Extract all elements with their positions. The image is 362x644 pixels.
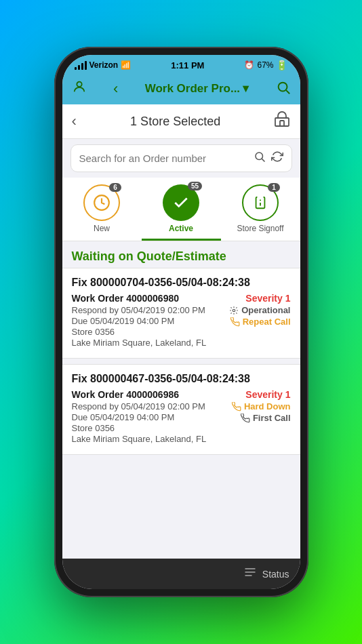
store-selected-title: 1 Store Selected	[130, 115, 220, 129]
store-icon[interactable]	[274, 111, 290, 132]
wo1-left-details: Respond by 05/04/2019 02:00 PM Due 05/04…	[72, 305, 207, 348]
wo1-respond-by: Respond by 05/04/2019 02:00 PM	[72, 305, 207, 315]
sub-header: ‹ 1 Store Selected	[62, 104, 300, 139]
wo2-fix-title: Fix 800000467-0356-05/04-08:24:38	[72, 373, 291, 385]
wo1-header-row: Work Order 4000006980 Severity 1	[72, 293, 291, 304]
wo1-operational-label: Operational	[241, 305, 290, 315]
refresh-icon[interactable]	[271, 150, 283, 166]
wo2-respond-by: Respond by 05/04/2019 02:00 PM	[72, 401, 207, 411]
back-nav-icon[interactable]: ‹	[113, 80, 118, 98]
work-order-card-2[interactable]: Fix 800000467-0356-05/04-08:24:38 Work O…	[62, 364, 300, 455]
nav-title: Work Order Pro...	[145, 82, 240, 96]
bottom-bar: Status	[62, 559, 300, 589]
work-order-card-1[interactable]: Fix 800000704-0356-05/04-08:24:38 Work O…	[62, 268, 300, 359]
time-label: 1:11 PM	[171, 60, 204, 71]
search-nav-icon[interactable]	[276, 80, 291, 98]
status-menu-icon[interactable]	[243, 565, 257, 582]
wo1-tag-operational: Operational	[229, 305, 290, 315]
wo1-tag-repeat-call: Repeat Call	[230, 317, 291, 327]
tab-new-circle: 6	[83, 184, 120, 221]
user-icon[interactable]	[72, 79, 87, 98]
svg-rect-4	[280, 121, 284, 126]
wo2-header-row: Work Order 4000006986 Severity 1	[72, 389, 291, 400]
back-button[interactable]: ‹	[72, 113, 77, 130]
wo2-number: Work Order 4000006986	[72, 389, 180, 400]
phone-screen: Verizon 📶 1:11 PM ⏰ 67% 🔋 ‹ Work Order P…	[62, 55, 300, 589]
tab-new[interactable]: 6 New	[62, 184, 142, 241]
svg-point-1	[278, 82, 287, 91]
wo1-store: Store 0356	[72, 327, 207, 337]
wo1-severity: Severity 1	[245, 293, 290, 304]
tab-bar: 6 New 55 Active	[62, 178, 300, 241]
tab-signoff-badge: 1	[268, 183, 280, 192]
tab-active-label: Active	[169, 224, 193, 233]
tab-new-badge: 6	[109, 183, 121, 192]
status-bar: Verizon 📶 1:11 PM ⏰ 67% 🔋	[62, 55, 300, 74]
svg-line-6	[262, 159, 264, 161]
wo2-location: Lake Miriam Square, Lakeland, FL	[72, 434, 207, 444]
nav-title-area[interactable]: Work Order Pro... ▾	[145, 81, 249, 96]
tab-active[interactable]: 55 Active	[142, 184, 221, 241]
svg-point-5	[256, 153, 263, 160]
search-input[interactable]	[79, 153, 248, 164]
wo2-tag-hard-down: Hard Down	[232, 401, 291, 411]
wo2-due: Due 05/04/2019 04:00 PM	[72, 412, 207, 422]
battery-label: 67%	[257, 60, 273, 70]
section-title: Waiting on Quote/Estimate	[72, 249, 226, 263]
wo2-tags: Hard Down First Call	[232, 401, 291, 423]
battery-icon: 🔋	[276, 60, 287, 71]
carrier-label: Verizon	[89, 60, 119, 70]
tab-active-badge: 55	[188, 182, 202, 190]
top-nav: ‹ Work Order Pro... ▾	[62, 74, 300, 104]
wo2-tag-first-call: First Call	[241, 413, 291, 423]
section-header: Waiting on Quote/Estimate	[62, 241, 300, 268]
wo2-details-row: Respond by 05/04/2019 02:00 PM Due 05/04…	[72, 401, 291, 445]
main-content: Waiting on Quote/Estimate Fix 800000704-…	[62, 241, 300, 559]
wifi-icon: 📶	[121, 60, 131, 70]
wo1-fix-title: Fix 800000704-0356-05/04-08:24:38	[72, 277, 291, 289]
search-bar[interactable]	[71, 144, 292, 172]
wo1-number: Work Order 4000006980	[72, 293, 180, 304]
tab-new-label: New	[94, 224, 110, 233]
alarm-icon: ⏰	[244, 60, 254, 70]
wo2-store: Store 0356	[72, 423, 207, 433]
search-icon[interactable]	[254, 150, 266, 166]
search-bar-icons	[254, 150, 283, 166]
wo1-details-row: Respond by 05/04/2019 02:00 PM Due 05/04…	[72, 305, 291, 348]
svg-rect-3	[275, 118, 289, 126]
dropdown-icon[interactable]: ▾	[243, 81, 249, 96]
tab-store-signoff[interactable]: 1 Store Signoff	[221, 184, 300, 241]
svg-line-2	[286, 90, 289, 94]
status-left: Verizon 📶	[75, 60, 132, 70]
signal-bars-icon	[75, 61, 87, 70]
svg-point-0	[77, 82, 81, 87]
phone-shell: Verizon 📶 1:11 PM ⏰ 67% 🔋 ‹ Work Order P…	[54, 47, 308, 597]
wo1-location: Lake Miriam Square, Lakeland, FL	[72, 338, 207, 348]
svg-point-8	[233, 309, 236, 312]
wo2-severity: Severity 1	[245, 389, 290, 400]
wo2-left-details: Respond by 05/04/2019 02:00 PM Due 05/04…	[72, 401, 207, 445]
tab-active-circle: 55	[163, 184, 199, 221]
wo2-hard-down-label: Hard Down	[244, 401, 291, 411]
tab-signoff-circle: 1	[242, 184, 279, 221]
wo1-tags: Operational Repeat Call	[229, 305, 290, 327]
wo2-first-call-label: First Call	[253, 413, 291, 423]
wo1-due: Due 05/04/2019 04:00 PM	[72, 316, 207, 326]
tab-signoff-label: Store Signoff	[237, 224, 283, 233]
status-label[interactable]: Status	[262, 569, 289, 580]
status-right: ⏰ 67% 🔋	[244, 60, 287, 71]
wo1-repeat-call-label: Repeat Call	[243, 317, 291, 327]
